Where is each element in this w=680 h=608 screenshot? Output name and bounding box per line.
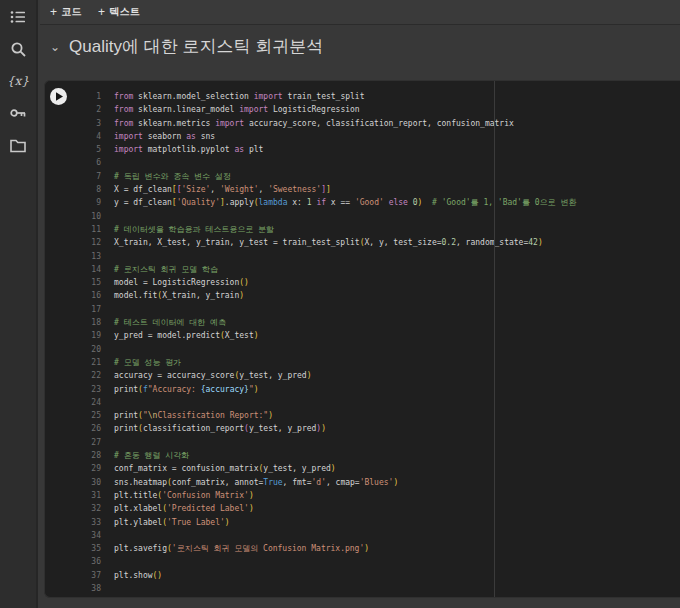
line-number: 2 <box>45 103 101 116</box>
line-number: 37 <box>45 569 101 582</box>
line-number: 18 <box>45 316 101 329</box>
code-line[interactable]: 9y = df_clean['Quality'].apply(lambda x:… <box>45 196 679 209</box>
line-number: 34 <box>45 529 101 542</box>
code-text: # 데이터셋을 학습용과 테스트용으로 분할 <box>101 223 274 236</box>
code-line[interactable]: 19y_pred = model.predict(X_test) <box>45 329 679 342</box>
code-line[interactable]: 27 <box>45 436 679 449</box>
code-text: X = df_clean[['Size', 'Weight', 'Sweetne… <box>101 183 331 196</box>
code-line[interactable]: 29conf_matrix = confusion_matrix(y_test,… <box>45 462 679 475</box>
line-number: 25 <box>45 409 101 422</box>
add-code-label: 코드 <box>61 5 82 19</box>
code-line[interactable]: 20 <box>45 343 679 356</box>
code-text: y_pred = model.predict(X_test) <box>101 329 259 342</box>
code-line[interactable]: 35plt.savefig('로지스틱 회귀 모델의 Confusion Mat… <box>45 542 679 555</box>
code-area[interactable]: 1from sklearn.model_selection import tra… <box>45 81 679 597</box>
code-line[interactable]: 32plt.xlabel('Predicted Label') <box>45 502 679 515</box>
line-number: 7 <box>45 170 101 183</box>
code-line[interactable]: 28# 혼동 행렬 시각화 <box>45 449 679 462</box>
code-line[interactable]: 31plt.title('Confusion Matrix') <box>45 489 679 502</box>
code-line[interactable]: 33plt.ylabel('True Label') <box>45 516 679 529</box>
code-line[interactable]: 22accuracy = accuracy_score(y_test, y_pr… <box>45 369 679 382</box>
plus-icon: + <box>98 5 105 19</box>
code-text <box>101 582 114 595</box>
code-text: print(classification_report(y_test, y_pr… <box>101 422 326 435</box>
line-number: 5 <box>45 143 101 156</box>
code-text: # 테스트 데이터에 대한 예측 <box>101 316 226 329</box>
line-number: 4 <box>45 130 101 143</box>
line-number: 36 <box>45 555 101 568</box>
add-code-button[interactable]: + 코드 <box>50 5 82 19</box>
code-line[interactable]: 38 <box>45 582 679 595</box>
line-number: 10 <box>45 210 101 223</box>
code-line[interactable]: 18# 테스트 데이터에 대한 예측 <box>45 316 679 329</box>
code-line[interactable]: 36 <box>45 555 679 568</box>
code-line[interactable]: 1from sklearn.model_selection import tra… <box>45 90 679 103</box>
code-text <box>101 156 114 169</box>
line-number: 8 <box>45 183 101 196</box>
code-line[interactable]: 6 <box>45 156 679 169</box>
code-text: # 모델 성능 평가 <box>101 356 181 369</box>
code-line[interactable]: 8X = df_clean[['Size', 'Weight', 'Sweetn… <box>45 183 679 196</box>
code-text: conf_matrix = confusion_matrix(y_test, y… <box>101 462 336 475</box>
line-number: 11 <box>45 223 101 236</box>
line-number: 22 <box>45 369 101 382</box>
code-text: sns.heatmap(conf_matrix, annot=True, fmt… <box>101 476 398 489</box>
line-number: 20 <box>45 343 101 356</box>
code-text: print(f"Accuracy: {accuracy}") <box>101 383 259 396</box>
code-line[interactable]: 10 <box>45 210 679 223</box>
line-number: 31 <box>45 489 101 502</box>
line-number: 16 <box>45 289 101 302</box>
code-line[interactable]: 21# 모델 성능 평가 <box>45 356 679 369</box>
section-title: Quality에 대한 로지스틱 회귀분석 <box>69 35 323 58</box>
key-icon[interactable] <box>7 102 29 124</box>
line-number: 9 <box>45 196 101 209</box>
code-line[interactable]: 3from sklearn.metrics import accuracy_sc… <box>45 117 679 130</box>
code-line[interactable]: 23print(f"Accuracy: {accuracy}") <box>45 383 679 396</box>
add-text-button[interactable]: + 텍스트 <box>98 5 140 19</box>
line-number: 28 <box>45 449 101 462</box>
notebook-toolbar: + 코드 + 텍스트 <box>40 0 680 25</box>
line-number: 29 <box>45 462 101 475</box>
code-cell[interactable]: 1from sklearn.model_selection import tra… <box>44 80 680 598</box>
line-number: 12 <box>45 236 101 249</box>
code-text: model.fit(X_train, y_train) <box>101 289 244 302</box>
code-text: accuracy = accuracy_score(y_test, y_pred… <box>101 369 312 382</box>
search-icon[interactable] <box>7 38 29 60</box>
code-text: # 혼동 행렬 시각화 <box>101 449 189 462</box>
code-line[interactable]: 15model = LogisticRegression() <box>45 276 679 289</box>
line-number: 17 <box>45 303 101 316</box>
activity-sidebar: {x} <box>0 0 38 608</box>
code-line[interactable]: 11# 데이터셋을 학습용과 테스트용으로 분할 <box>45 223 679 236</box>
code-text <box>101 396 114 409</box>
code-line[interactable]: 13 <box>45 250 679 263</box>
line-number: 26 <box>45 422 101 435</box>
code-line[interactable]: 24 <box>45 396 679 409</box>
code-line[interactable]: 16model.fit(X_train, y_train) <box>45 289 679 302</box>
code-line[interactable]: 2from sklearn.linear_model import Logist… <box>45 103 679 116</box>
code-line[interactable]: 26print(classification_report(y_test, y_… <box>45 422 679 435</box>
code-text: from sklearn.model_selection import trai… <box>101 90 364 103</box>
folder-icon[interactable] <box>7 134 29 156</box>
table-of-contents-icon[interactable] <box>7 6 29 28</box>
code-line[interactable]: 30sns.heatmap(conf_matrix, annot=True, f… <box>45 476 679 489</box>
code-line[interactable]: 4import seaborn as sns <box>45 130 679 143</box>
variables-icon[interactable]: {x} <box>7 70 29 92</box>
code-line[interactable]: 25print("\nClassification Report:") <box>45 409 679 422</box>
code-line[interactable]: 12X_train, X_test, y_train, y_test = tra… <box>45 236 679 249</box>
line-number: 13 <box>45 250 101 263</box>
code-text: import matplotlib.pyplot as plt <box>101 143 263 156</box>
add-text-label: 텍스트 <box>109 5 140 19</box>
code-line[interactable]: 37plt.show() <box>45 569 679 582</box>
code-line[interactable]: 17 <box>45 303 679 316</box>
code-line[interactable]: 34 <box>45 529 679 542</box>
chevron-down-icon[interactable]: ⌄ <box>50 39 60 53</box>
code-text <box>101 529 114 542</box>
code-text: from sklearn.linear_model import Logisti… <box>101 103 360 116</box>
code-line[interactable]: 5import matplotlib.pyplot as plt <box>45 143 679 156</box>
run-cell-button[interactable] <box>50 88 67 105</box>
line-number: 23 <box>45 383 101 396</box>
code-line[interactable]: 7# 독립 변수와 종속 변수 설정 <box>45 170 679 183</box>
code-text: # 독립 변수와 종속 변수 설정 <box>101 170 231 183</box>
section-header[interactable]: ⌄ Quality에 대한 로지스틱 회귀분석 <box>40 26 680 66</box>
code-line[interactable]: 14# 로지스틱 회귀 모델 학습 <box>45 263 679 276</box>
